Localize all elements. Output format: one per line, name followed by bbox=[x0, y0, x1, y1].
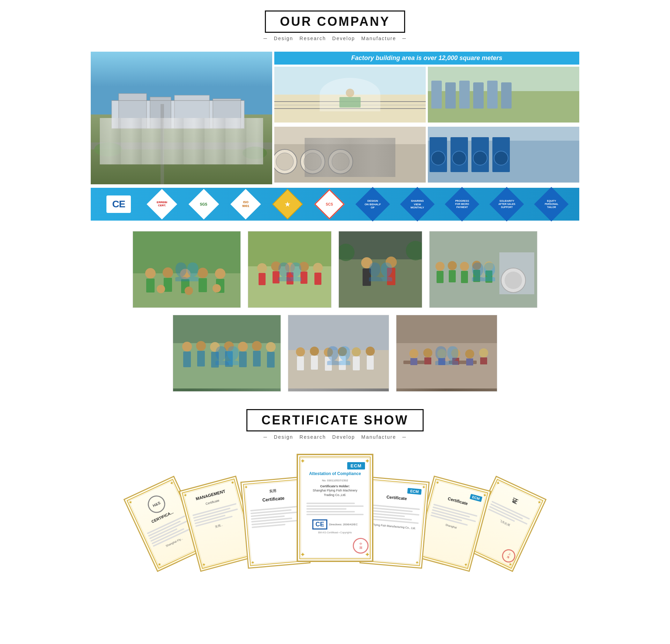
certificate-center: ECM Attestation of Compliance No. 030110… bbox=[297, 454, 373, 562]
svg-point-88 bbox=[460, 262, 469, 271]
svg-point-74 bbox=[361, 257, 372, 268]
svg-point-112 bbox=[296, 347, 305, 356]
design-badge: DESIGNON BEHALFOF bbox=[360, 192, 385, 216]
svg-rect-101 bbox=[211, 352, 219, 368]
svg-rect-77 bbox=[387, 268, 395, 285]
factory-photos-grid: Factory building area is over 12,000 squ… bbox=[91, 52, 579, 184]
factory-banner: Factory building area is over 12,000 squ… bbox=[274, 52, 579, 65]
svg-rect-99 bbox=[197, 351, 205, 367]
svg-point-116 bbox=[324, 348, 333, 357]
svg-point-30 bbox=[276, 153, 293, 170]
svg-point-34 bbox=[332, 153, 349, 170]
gold-star-badge: ★ bbox=[277, 193, 298, 215]
svg-rect-121 bbox=[353, 356, 360, 370]
svg-point-128 bbox=[409, 349, 418, 358]
factory-photo-1 bbox=[274, 67, 426, 123]
svg-point-108 bbox=[266, 342, 276, 352]
svg-rect-67 bbox=[286, 272, 293, 284]
svg-rect-75 bbox=[363, 268, 371, 286]
svg-point-130 bbox=[437, 349, 446, 358]
cert-7-title: 证 bbox=[511, 497, 519, 506]
team-photos-row1 bbox=[91, 231, 579, 308]
company-title: OUR COMPANY bbox=[280, 14, 390, 29]
team-photo-3 bbox=[338, 231, 422, 308]
svg-rect-5 bbox=[174, 95, 209, 128]
company-section-header: OUR COMPANY ─ Design Research Develop Ma… bbox=[0, 10, 670, 41]
svg-point-11 bbox=[243, 147, 267, 159]
svg-rect-97 bbox=[183, 351, 191, 367]
svg-point-64 bbox=[271, 261, 281, 271]
svg-rect-21 bbox=[431, 81, 442, 109]
svg-rect-123 bbox=[367, 356, 374, 370]
certificate-section: H&S CERTIFICA... Shanghai Fly... ✦ ✦ ✦ ✦ bbox=[91, 450, 579, 579]
svg-point-129 bbox=[423, 348, 432, 357]
svg-point-51 bbox=[180, 269, 191, 279]
svg-point-106 bbox=[252, 341, 262, 351]
svg-rect-26 bbox=[501, 82, 512, 109]
svg-point-53 bbox=[198, 268, 208, 278]
cert-3-body bbox=[250, 504, 300, 530]
svg-point-59 bbox=[213, 284, 221, 293]
svg-point-114 bbox=[310, 347, 319, 356]
svg-point-44 bbox=[494, 151, 508, 165]
svg-rect-22 bbox=[445, 82, 456, 109]
factory-photo-4 bbox=[428, 127, 579, 183]
company-subtitle: ─ Design Research Develop Manufacture ─ bbox=[261, 36, 409, 41]
svg-rect-139 bbox=[480, 357, 487, 364]
factory-sub-grid bbox=[274, 67, 579, 184]
team-photos-row2 bbox=[91, 315, 579, 392]
svg-rect-138 bbox=[466, 358, 473, 365]
errebi-badge: ERREBICERT. bbox=[151, 193, 173, 215]
certificate-subtitle: ─ Design Research Develop Manufacture ─ bbox=[261, 434, 409, 440]
svg-point-90 bbox=[472, 261, 481, 270]
certification-bar: CE ERREBICERT. SGS ISO9001 bbox=[91, 188, 579, 221]
svg-point-122 bbox=[366, 347, 375, 356]
section-divider bbox=[0, 399, 670, 409]
team-photo-1 bbox=[133, 231, 241, 308]
svg-rect-85 bbox=[437, 271, 444, 283]
svg-rect-107 bbox=[253, 351, 261, 367]
ce-badge: CE bbox=[106, 195, 131, 213]
svg-point-131 bbox=[451, 349, 460, 358]
cert-center-body bbox=[306, 501, 363, 517]
svg-point-118 bbox=[338, 347, 347, 356]
company-title-box: OUR COMPANY bbox=[265, 10, 405, 33]
cert-center-title: Attestation of Compliance bbox=[309, 471, 361, 477]
progress-badge: PROGRESSFOR MICROPAYMENT bbox=[450, 192, 474, 216]
svg-point-40 bbox=[452, 151, 466, 165]
svg-rect-8 bbox=[91, 142, 272, 149]
team-photo-6 bbox=[288, 315, 389, 392]
svg-point-133 bbox=[479, 348, 488, 357]
svg-rect-6 bbox=[213, 99, 241, 128]
svg-rect-117 bbox=[325, 357, 332, 371]
svg-point-68 bbox=[299, 262, 309, 272]
cert-stamp: 中国 bbox=[353, 538, 368, 554]
solidarity-badge: SOLIDARITYAFTER SALESSUPPORT bbox=[494, 192, 519, 216]
team-photo-5 bbox=[173, 315, 281, 392]
svg-rect-137 bbox=[452, 358, 459, 365]
svg-rect-103 bbox=[225, 351, 233, 367]
svg-point-76 bbox=[386, 257, 397, 268]
factory-aerial-photo bbox=[91, 52, 272, 184]
svg-rect-91 bbox=[473, 270, 480, 282]
svg-rect-87 bbox=[449, 270, 456, 282]
svg-rect-93 bbox=[485, 271, 492, 283]
sharing-badge: SHARINGVIEWMONTHLY bbox=[405, 192, 430, 216]
iso-badge: ISO9001 bbox=[235, 193, 256, 215]
svg-point-57 bbox=[157, 285, 165, 293]
svg-rect-71 bbox=[314, 273, 321, 285]
cert-6-body bbox=[430, 502, 478, 529]
svg-rect-63 bbox=[259, 273, 266, 285]
certificates-display: H&S CERTIFICA... Shanghai Fly... ✦ ✦ ✦ ✦ bbox=[91, 450, 579, 579]
svg-rect-3 bbox=[119, 94, 147, 128]
certificate-section-header: CERTIFICATE SHOW ─ Design Research Devel… bbox=[0, 409, 670, 440]
team-photo-4 bbox=[429, 231, 537, 308]
certificate-title-box: CERTIFICATE SHOW bbox=[246, 409, 423, 431]
svg-point-32 bbox=[304, 153, 321, 170]
cert-corner-bl: ✦ bbox=[156, 561, 163, 568]
svg-rect-48 bbox=[146, 279, 155, 293]
svg-rect-1 bbox=[91, 114, 272, 184]
team-photo-2 bbox=[248, 231, 332, 308]
svg-point-84 bbox=[436, 262, 445, 271]
svg-point-62 bbox=[257, 263, 267, 273]
